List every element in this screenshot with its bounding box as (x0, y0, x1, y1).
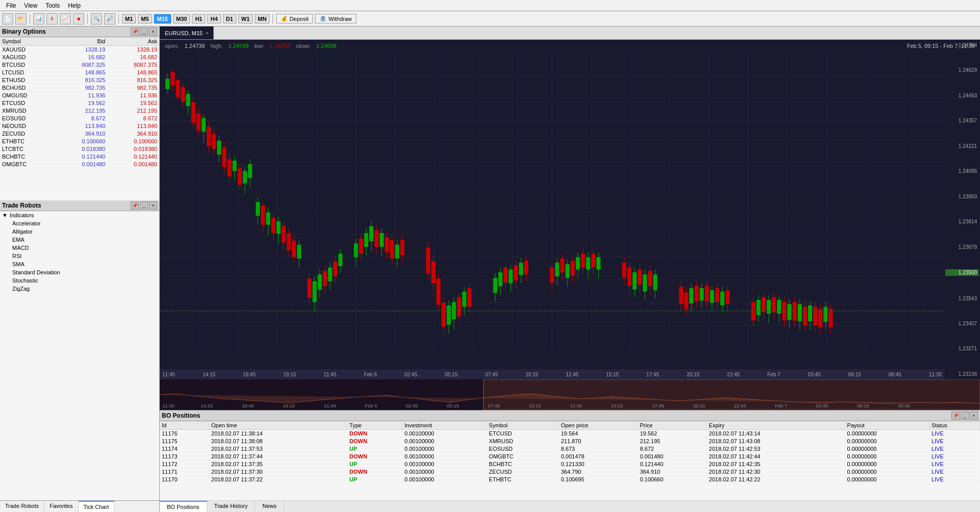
position-row[interactable]: 11176 2018.02.07 11:38:14 DOWN 0.0010000… (160, 430, 980, 438)
bottom-panel: BO Positions 📌 _ × Id Open time Type Inv… (160, 410, 980, 512)
deposit-btn[interactable]: 💰 Deposit (276, 14, 313, 23)
col-expiry: Expiry (706, 421, 845, 430)
svg-rect-201 (720, 292, 724, 305)
new-chart-btn[interactable]: 📄 (2, 13, 13, 24)
trade-robots-controls: 📌 _ × (131, 201, 157, 210)
positions-table-scroll[interactable]: Id Open time Type Investment Symbol Open… (160, 421, 980, 500)
tf-w1[interactable]: W1 (238, 14, 253, 23)
symbol-name: XAUUSD (0, 46, 56, 54)
time-label: 16:45 (243, 372, 256, 377)
symbol-row[interactable]: NEOUSD 113.840 113.840 (0, 122, 159, 130)
tab-trade-robots[interactable]: Trade Robots (0, 501, 44, 512)
menu-tools[interactable]: Tools (41, 1, 64, 10)
svg-rect-227 (808, 305, 812, 321)
tr-pin-btn[interactable]: 📌 (131, 201, 139, 210)
panel-close-btn[interactable]: × (149, 28, 157, 36)
pos-symbol: ZECUSD (486, 468, 558, 476)
chart-tab-close[interactable]: × (206, 31, 208, 36)
symbol-row[interactable]: BCHBTC 0.121440 0.121440 (0, 153, 159, 161)
symbol-name: XAGUSD (0, 54, 56, 61)
position-row[interactable]: 11173 2018.02.07 11:37:44 DOWN 0.0010000… (160, 453, 980, 460)
bo-close-btn[interactable]: × (970, 412, 978, 420)
tab-favorites[interactable]: Favorites (44, 501, 78, 512)
symbol-row[interactable]: EOSUSD 8.672 8.672 (0, 115, 159, 122)
indicator-item[interactable]: RSI (0, 252, 159, 260)
indicator-item[interactable]: Standard Deviation (0, 268, 159, 276)
symbol-row[interactable]: LTCBTC 0.018380 0.018380 (0, 145, 159, 153)
indicator-item[interactable]: MACD (0, 244, 159, 252)
chart-tab-eurusd[interactable]: EURUSD, M15 × (160, 27, 214, 39)
panel-pin-btn[interactable]: 📌 (131, 28, 139, 36)
symbol-row[interactable]: XAUUSD 1328.19 1328.19 (0, 46, 159, 54)
menu-view[interactable]: View (20, 1, 41, 10)
col-status: Status (929, 421, 979, 430)
tab-news[interactable]: News (255, 501, 284, 512)
price-3: 1.24493 (945, 93, 979, 98)
symbol-row[interactable]: XMRUSD 212.195 212.195 (0, 107, 159, 115)
symbol-row[interactable]: BTCUSD 8087.325 8087.375 (0, 61, 159, 69)
tab-bo-positions[interactable]: BO Positions (160, 501, 207, 512)
pos-expiry: 2018.02.07 11:42:53 (706, 445, 845, 453)
symbol-row[interactable]: ETHUSD 816.325 816.325 (0, 76, 159, 84)
bo-min-btn[interactable]: _ (961, 412, 969, 420)
navigator-area[interactable]: 11:45 14:15 16:45 19:15 21:45 Feb 6 02:4… (160, 379, 980, 410)
line-btn[interactable]: 📈 (60, 13, 71, 24)
symbol-row[interactable]: OMGUSD 11.936 11.936 (0, 92, 159, 99)
open-label: open: (165, 43, 179, 49)
position-row[interactable]: 11171 2018.02.07 11:37:30 DOWN 0.0010000… (160, 468, 980, 476)
symbol-table: Symbol Bid Ask XAUUSD 1328.19 1328.19 XA… (0, 37, 159, 168)
symbol-row[interactable]: OMGBTC 0.001480 0.001480 (0, 161, 159, 168)
indicator-item[interactable]: Accelerator (0, 219, 159, 227)
indicator-item[interactable]: ZigZag (0, 285, 159, 293)
menu-file[interactable]: File (2, 1, 20, 10)
panel-controls: 📌 _ × (131, 28, 157, 36)
pos-open-time: 2018.02.07 11:37:53 (209, 445, 347, 453)
pos-type: DOWN (347, 430, 402, 438)
indicators-tree-parent[interactable]: ▼ Indicators (0, 211, 159, 219)
tf-m1[interactable]: M1 (122, 14, 136, 23)
pos-open-time: 2018.02.07 11:37:44 (209, 453, 347, 460)
symbol-row[interactable]: BCHUSD 982.735 982.735 (0, 84, 159, 92)
menu-help[interactable]: Help (64, 1, 85, 10)
tf-h4[interactable]: H4 (207, 14, 220, 23)
svg-rect-181 (648, 271, 652, 286)
tf-m30[interactable]: M30 (173, 14, 190, 23)
zoom-in-btn[interactable]: 🔍 (91, 13, 102, 24)
color-btn[interactable]: ■ (73, 13, 84, 24)
indicator-item[interactable]: Stochastic (0, 276, 159, 285)
symbol-name: LTCBTC (0, 145, 56, 153)
tf-m5[interactable]: M5 (138, 14, 152, 23)
tr-min-btn[interactable]: _ (140, 201, 148, 210)
bar-chart-btn[interactable]: 📊 (33, 13, 44, 24)
position-row[interactable]: 11175 2018.02.07 11:38:08 DOWN 0.0010000… (160, 438, 980, 445)
indicator-item[interactable]: SMA (0, 260, 159, 268)
symbol-bid: 11.936 (56, 92, 108, 99)
panel-min-btn[interactable]: _ (140, 28, 148, 36)
symbol-row[interactable]: LTCUSD 148.865 148.865 (0, 69, 159, 76)
tf-m15[interactable]: M15 (154, 14, 171, 23)
position-row[interactable]: 11174 2018.02.07 11:37:53 UP 0.00100000 … (160, 445, 980, 453)
open-btn[interactable]: 📂 (15, 13, 27, 24)
tf-d1[interactable]: D1 (223, 14, 236, 23)
indicator-item[interactable]: Alligator (0, 227, 159, 236)
symbol-row[interactable]: ETCUSD 19.562 19.562 (0, 99, 159, 107)
symbol-row[interactable]: ETHBTC 0.100660 0.100660 (0, 138, 159, 145)
position-row[interactable]: 11170 2018.02.07 11:37:22 UP 0.00100000 … (160, 476, 980, 483)
bo-pin-btn[interactable]: 📌 (951, 412, 960, 420)
chart-area[interactable]: open: 1.24738 high: 1.24749 low: 1.24658… (160, 40, 980, 379)
candle-btn[interactable]: 🕯 (46, 13, 58, 24)
indicator-item[interactable]: EMA (0, 236, 159, 244)
tr-close-btn[interactable]: × (149, 201, 157, 210)
symbol-row[interactable]: ZECUSD 364.910 364.910 (0, 130, 159, 138)
position-row[interactable]: 11172 2018.02.07 11:37:35 UP 0.00100000 … (160, 460, 980, 468)
zoom-out-btn[interactable]: 🔎 (104, 13, 115, 24)
symbol-name: XMRUSD (0, 107, 56, 115)
withdraw-btn[interactable]: 🏦 Withdraw (315, 14, 356, 23)
symbol-name: LTCUSD (0, 69, 56, 76)
tab-trade-history[interactable]: Trade History (207, 501, 256, 512)
tab-tick-chart[interactable]: Tick Chart (79, 501, 115, 512)
tf-mn[interactable]: MN (255, 14, 270, 23)
symbol-name: BCHBTC (0, 153, 56, 161)
symbol-row[interactable]: XAGUSD 16.682 16.682 (0, 54, 159, 61)
tf-h1[interactable]: H1 (192, 14, 205, 23)
